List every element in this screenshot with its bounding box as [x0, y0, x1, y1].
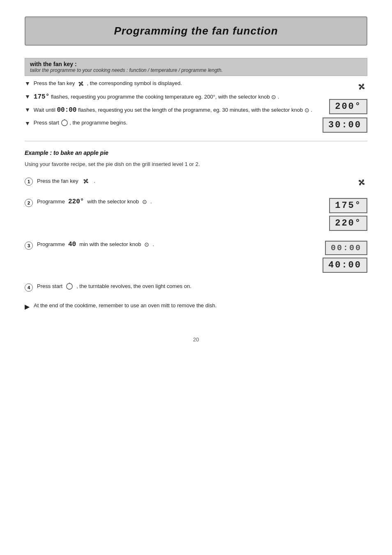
ex-step4-text: , the turntable revolves, the oven light…	[76, 283, 191, 289]
tip-text: At the end of the cooktime, remember to …	[34, 302, 217, 310]
step3-end: .	[311, 107, 312, 113]
example-step-1-content: Press the fan key .	[37, 177, 322, 186]
ex-step1-text: Press the fan key	[37, 178, 78, 184]
step1-text: Press the fan key	[34, 80, 76, 86]
display-200: 200°	[329, 99, 367, 114]
ex-step3-displays: 00:00 40:00	[323, 241, 367, 273]
display-0000: 00:00	[325, 241, 367, 255]
ex-step2-text: with the selector knob	[87, 198, 139, 205]
fan-key-step-2: ▼ 175° flashes, requesting you programme…	[25, 92, 314, 101]
start-icon-step4	[61, 119, 68, 127]
start-icon-ex4	[66, 283, 73, 290]
fan-key-step-4: ▼ Press start , the programme begins.	[25, 119, 314, 128]
display-4000: 40:00	[323, 258, 367, 273]
ex-step2-num: 220°	[68, 198, 84, 205]
fan-icon-ex1	[81, 177, 90, 186]
tip-arrow-icon: ▶	[25, 302, 30, 312]
section-divider	[25, 141, 367, 141]
example-step-4: 4 Press start , the turntable revolves, …	[25, 283, 367, 292]
step4-suffix: , the programme begins.	[69, 120, 127, 126]
knob-icon-step2: ⊙	[271, 93, 276, 101]
num-circle-3: 3	[25, 242, 33, 250]
example-section: Example : to bake an apple pie Using you…	[25, 150, 367, 292]
knob-icon-ex3: ⊙	[144, 241, 149, 248]
ex-step4-prefix: Press start	[37, 283, 62, 289]
display-220: 220°	[329, 216, 367, 231]
step1-suffix: , the corresponding symbol is displayed.	[87, 80, 182, 86]
example-title: Example : to bake an apple pie	[25, 150, 367, 156]
fan-key-steps-list: ▼ Press the fan key , the corresponding …	[25, 79, 314, 133]
ex-step2-suffix: .	[150, 198, 152, 205]
bullet-icon-2: ▼	[25, 93, 30, 101]
step3-text: flashes, requesting you set the length o…	[78, 107, 304, 113]
display-3000: 30:00	[323, 117, 367, 133]
ex-step3-text: min with the selector knob	[79, 241, 141, 247]
fan-key-steps-container: ▼ Press the fan key , the corresponding …	[25, 79, 367, 133]
tip-row: ▶ At the end of the cooktime, remember t…	[25, 302, 367, 312]
step2-text: flashes, requesting you programme the co…	[51, 94, 271, 100]
display-175: 175°	[329, 198, 367, 213]
fan-key-header-subtitle: tailor the programme to your cooking nee…	[30, 67, 362, 73]
fan-key-step-3: ▼ Wait until 00:00 flashes, requesting y…	[25, 106, 314, 115]
fan-key-header-title: with the fan key :	[30, 61, 362, 67]
example-step-3-content: Programme 40 min with the selector knob …	[37, 241, 318, 248]
fan-key-step-1: ▼ Press the fan key , the corresponding …	[25, 79, 314, 88]
example-step-2: 2 Programme 220° with the selector knob …	[25, 198, 367, 231]
ex-step2-prefix: Programme	[37, 198, 65, 205]
page-number: 20	[25, 336, 367, 343]
step2-num: 175°	[34, 93, 49, 101]
num-circle-1: 1	[25, 177, 33, 186]
fan-key-section-header: with the fan key : tailor the programme …	[25, 58, 367, 76]
fan-icon-ex1-disp	[356, 177, 367, 188]
ex-step3-num: 40	[68, 241, 76, 248]
ex-step1-suffix: .	[94, 178, 95, 184]
example-step-2-content: Programme 220° with the selector knob ⊙ …	[37, 198, 322, 205]
ex-step3-suffix: .	[152, 241, 154, 247]
example-step-3: 3 Programme 40 min with the selector kno…	[25, 241, 367, 273]
example-step-1: 1 Press the fan key .	[25, 177, 367, 188]
bullet-icon-1: ▼	[25, 80, 30, 88]
ex-step3-prefix: Programme	[37, 241, 65, 247]
bullet-icon-3: ▼	[25, 106, 30, 114]
example-intro: Using your favorite recipe, set the pie …	[25, 160, 367, 168]
ex-step2-displays: 175° 220°	[326, 198, 367, 231]
knob-icon-step3: ⊙	[304, 106, 309, 115]
ex-step1-displays	[326, 177, 367, 188]
knob-icon-ex2: ⊙	[142, 198, 147, 205]
page-title: Programming the fan function	[34, 25, 358, 37]
num-circle-4: 4	[25, 283, 33, 292]
page-container: Programming the fan function with the fa…	[25, 16, 367, 343]
step4-text: Press start	[34, 120, 61, 126]
fan-icon-step1	[76, 79, 85, 88]
fan-key-displays: 200° 30:00	[323, 79, 367, 133]
bullet-icon-4: ▼	[25, 120, 30, 128]
fan-icon-display	[356, 81, 367, 92]
example-step-4-content: Press start , the turntable revolves, th…	[37, 283, 322, 290]
step3-wait: Wait until	[34, 107, 57, 113]
step2-end: .	[278, 94, 279, 100]
step3-num: 00:00	[57, 106, 76, 114]
page-title-box: Programming the fan function	[25, 16, 367, 46]
num-circle-2: 2	[25, 199, 33, 207]
